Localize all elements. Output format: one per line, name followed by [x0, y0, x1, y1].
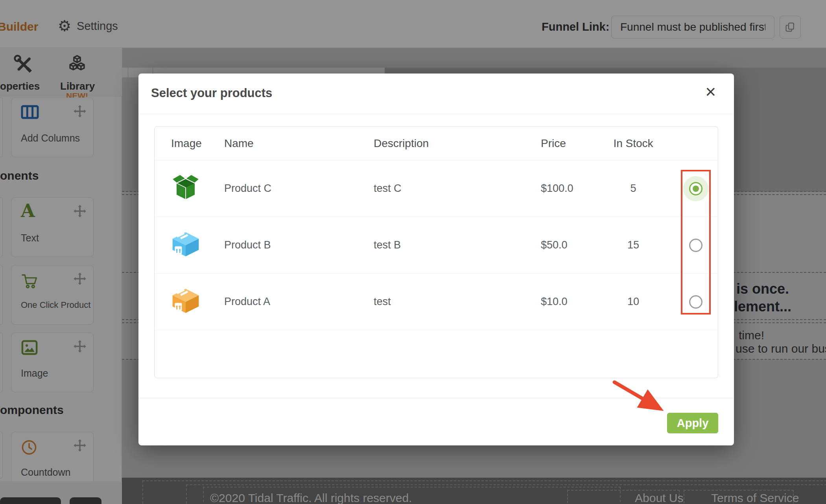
- modal-footer-divider: [138, 398, 734, 398]
- modal-header: Select your products ×: [138, 74, 734, 114]
- table-row: Product C test C $100.0 5: [155, 160, 718, 217]
- column-header: Price: [541, 137, 612, 150]
- product-radio[interactable]: [689, 182, 702, 195]
- column-header: Image: [171, 137, 224, 150]
- orange-package-icon: [170, 284, 202, 316]
- apply-button[interactable]: Apply: [667, 413, 718, 433]
- product-price: $10.0: [541, 296, 612, 308]
- product-name: Product B: [224, 239, 374, 251]
- table-row: Product A test $10.0 10: [155, 274, 718, 330]
- product-stock: 5: [612, 182, 655, 195]
- product-stock: 15: [612, 239, 655, 251]
- select-products-modal: Select your products × Image Name Descri…: [138, 74, 734, 445]
- product-price: $100.0: [541, 182, 612, 195]
- product-name: Product C: [224, 182, 374, 195]
- product-description: test B: [374, 239, 541, 251]
- product-name: Product A: [224, 296, 374, 308]
- column-header: Name: [224, 137, 374, 150]
- blue-package-icon: [170, 228, 202, 260]
- product-description: test C: [374, 182, 541, 195]
- radio-halo: [683, 176, 708, 201]
- table-header-row: Image Name Description Price In Stock: [155, 127, 718, 160]
- product-price: $50.0: [541, 239, 612, 251]
- modal-title: Select your products: [151, 86, 272, 100]
- product-stock: 10: [612, 296, 655, 308]
- column-header: Description: [374, 137, 541, 150]
- product-radio[interactable]: [689, 239, 702, 252]
- close-icon[interactable]: ×: [703, 82, 718, 101]
- green-open-box-icon: [170, 171, 202, 203]
- column-header: In Stock: [612, 137, 655, 150]
- products-table: Image Name Description Price In Stock: [154, 126, 718, 378]
- product-radio[interactable]: [689, 295, 702, 309]
- table-row: Product B test B $50.0 15: [155, 217, 718, 274]
- product-description: test: [374, 296, 541, 308]
- screen: Builder ⚙ Settings Funnel Link: ope: [0, 0, 826, 504]
